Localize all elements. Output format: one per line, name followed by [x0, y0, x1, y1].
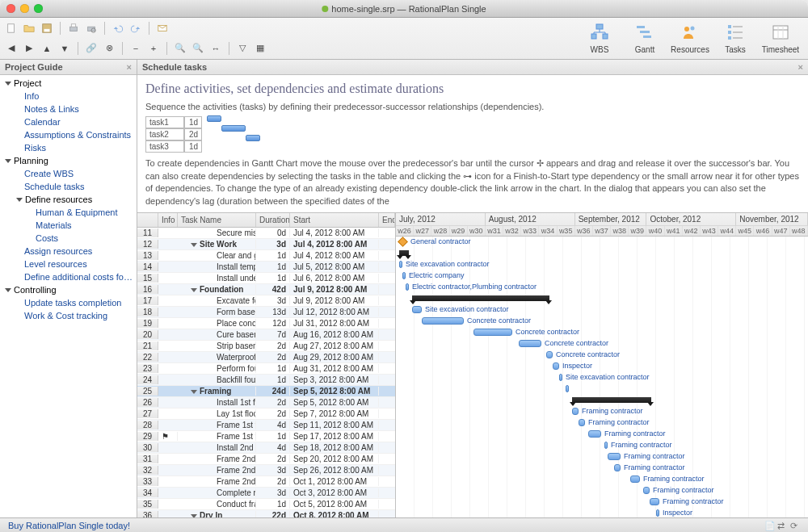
open-folder-icon[interactable] [23, 22, 36, 35]
minimize-icon[interactable] [20, 4, 29, 13]
close-icon[interactable] [6, 4, 15, 13]
tree-item[interactable]: Schedule tasks [0, 180, 137, 193]
expand-icon[interactable]: + [147, 42, 160, 55]
table-row[interactable]: 14 Install temporary po... 1d Jul 5, 201… [137, 262, 395, 273]
table-row[interactable]: 29 ⚑ Frame 1st floor corn... 1d Sep 17, … [137, 431, 395, 442]
tree-item[interactable]: Materials [0, 219, 137, 232]
table-row[interactable]: 28 Frame 1st floor walls... 4d Sep 11, 2… [137, 420, 395, 431]
tree-group[interactable]: Planning [0, 154, 137, 167]
task-bar[interactable] [473, 329, 512, 336]
timesheet-button[interactable]: Timesheet [758, 19, 803, 54]
table-row[interactable]: 25 Framing 24d Sep 5, 2012 8:00 AM [137, 386, 395, 397]
summary-bar[interactable] [412, 295, 549, 301]
task-bar[interactable] [604, 442, 608, 449]
table-row[interactable]: 31 Frame 2nd floor dec... 2d Sep 20, 201… [137, 454, 395, 465]
task-bar[interactable] [402, 272, 406, 279]
task-bar[interactable] [608, 453, 621, 460]
table-row[interactable]: 18 Form basement walls... 13d Jul 12, 20… [137, 307, 395, 318]
task-bar[interactable] [588, 430, 601, 438]
task-bar[interactable] [519, 340, 541, 347]
table-row[interactable]: 27 Lay 1st floor decking... 2d Sep 7, 20… [137, 408, 395, 420]
tree-group[interactable]: Project [0, 77, 137, 90]
print-preview-icon[interactable] [85, 22, 98, 35]
col-name[interactable]: Task Name [178, 213, 256, 227]
table-row[interactable]: 36 Dry In 22d Oct 8, 2012 8:00 AM [137, 510, 395, 517]
print-icon[interactable] [67, 22, 80, 35]
table-row[interactable]: 11 Secure miscellane... 0d Jul 4, 2012 8… [137, 228, 395, 239]
table-row[interactable]: 19 Place concrete for fo... 12d Jul 31, … [137, 318, 395, 329]
task-bar[interactable] [412, 306, 422, 313]
tree-item[interactable]: Human & Equipment [0, 206, 137, 219]
table-row[interactable]: 22 Waterproof/insulate... 2d Aug 29, 201… [137, 352, 395, 363]
table-row[interactable]: 23 Perform foundation i... 1d Aug 31, 20… [137, 363, 395, 375]
table-row[interactable]: 12 Site Work 3d Jul 4, 2012 8:00 AM [137, 239, 395, 250]
table-row[interactable]: 21 Strip basement wall f... 2d Aug 27, 2… [137, 341, 395, 352]
milestone-diamond[interactable] [398, 237, 408, 247]
resources-button[interactable]: Resources [667, 19, 713, 54]
close-icon[interactable]: × [798, 62, 803, 72]
table-row[interactable]: 24 Backfill foundation... 1d Sep 3, 2012… [137, 375, 395, 386]
task-bar[interactable] [399, 261, 402, 268]
summary-bar[interactable] [572, 397, 651, 403]
table-row[interactable]: 13 Clear and grub lot... 1d Jul 4, 2012 … [137, 250, 395, 262]
gantt-button[interactable]: Gantt [622, 19, 667, 54]
columns-icon[interactable]: ▦ [254, 42, 267, 55]
task-bar[interactable] [643, 487, 650, 494]
tree-item[interactable]: Info [0, 90, 137, 103]
task-bar[interactable] [566, 385, 569, 392]
task-bar[interactable] [630, 475, 640, 483]
task-bar[interactable] [614, 464, 621, 471]
task-bar[interactable] [406, 283, 409, 291]
gantt-body[interactable]: General contractorSite excavation contra… [396, 237, 808, 517]
zoom-fit-icon[interactable]: ↔ [209, 42, 222, 55]
tree-item[interactable]: Risks [0, 141, 137, 154]
tree-item[interactable]: Assumptions & Constraints [0, 128, 137, 141]
task-bar[interactable] [422, 317, 464, 325]
filter-icon[interactable]: ▽ [236, 42, 249, 55]
table-row[interactable]: 35 Conduct framing ins... 1d Oct 5, 2012… [137, 499, 395, 510]
table-row[interactable]: 17 Excavate for foundati... 3d Jul 9, 20… [137, 295, 395, 307]
unlink-tasks-icon[interactable]: ⊗ [103, 42, 116, 55]
task-bar[interactable] [572, 408, 579, 415]
table-row[interactable]: 26 Install 1st floor joists... 2d Sep 5,… [137, 397, 395, 408]
tree-item[interactable]: Define additional costs for tasks [0, 270, 137, 283]
grid-body[interactable]: 11 Secure miscellane... 0d Jul 4, 2012 8… [137, 228, 395, 517]
tree-group[interactable]: Controlling [0, 283, 137, 296]
tree-item[interactable]: Work & Cost tracking [0, 309, 137, 322]
buy-link[interactable]: Buy RationalPlan Single today! [8, 521, 130, 530]
tree-item[interactable]: Assign resources [0, 245, 137, 258]
tree-item[interactable]: Calendar [0, 115, 137, 128]
outdent-icon[interactable]: ◀ [5, 42, 18, 55]
task-bar[interactable] [650, 498, 659, 505]
save-icon[interactable] [40, 22, 53, 35]
move-down-icon[interactable]: ▼ [58, 42, 71, 55]
undo-icon[interactable] [112, 22, 124, 35]
task-bar[interactable] [553, 362, 559, 370]
tree-item[interactable]: Costs [0, 232, 137, 245]
table-row[interactable]: 34 Complete roof frami... 3d Oct 3, 2012… [137, 488, 395, 499]
tree-group[interactable]: Define resources [0, 193, 137, 206]
indent-icon[interactable]: ▶ [23, 42, 36, 55]
table-row[interactable]: 15 Install underground... 1d Jul 6, 2012… [137, 273, 395, 284]
tree-item[interactable]: Notes & Links [0, 103, 137, 115]
collapse-icon[interactable]: − [129, 42, 142, 55]
tree-item[interactable]: Level resources [0, 258, 137, 270]
zoom-out-icon[interactable]: 🔍 [191, 42, 204, 55]
col-num[interactable] [137, 213, 158, 227]
table-row[interactable]: 33 Frame 2nd floor corn... 2d Oct 1, 201… [137, 476, 395, 488]
task-bar[interactable] [579, 419, 585, 426]
col-start[interactable]: Start [290, 213, 379, 227]
email-icon[interactable] [156, 22, 169, 35]
table-row[interactable]: 30 Install 2nd floor joist... 4d Sep 18,… [137, 442, 395, 454]
zoom-in-icon[interactable]: 🔍 [174, 42, 187, 55]
table-row[interactable]: 32 Frame 2nd floor corn... 3d Sep 26, 20… [137, 465, 395, 476]
table-row[interactable]: 16 Foundation 42d Jul 9, 2012 8:00 AM [137, 284, 395, 295]
task-bar[interactable] [559, 374, 562, 381]
task-bar[interactable] [546, 351, 553, 358]
task-bar[interactable] [656, 509, 659, 517]
maximize-icon[interactable] [34, 4, 43, 13]
move-up-icon[interactable]: ▲ [40, 42, 53, 55]
link-tasks-icon[interactable]: 🔗 [85, 42, 98, 55]
close-icon[interactable]: × [127, 62, 132, 72]
col-duration[interactable]: Duration [256, 213, 290, 227]
